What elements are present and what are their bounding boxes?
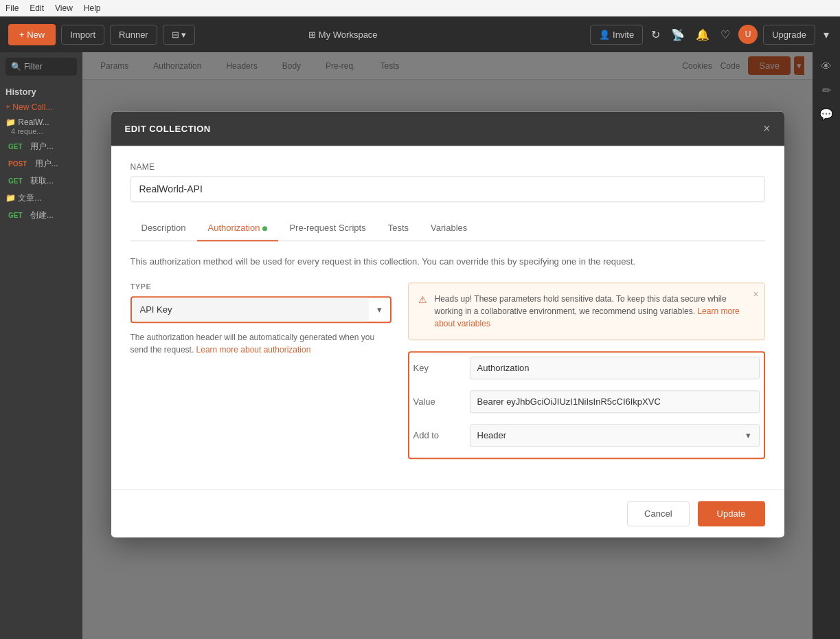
folder-icon-2: 📁 bbox=[5, 193, 16, 203]
upgrade-dropdown-icon[interactable]: ▾ bbox=[821, 25, 832, 44]
content-area: Params Authorization Headers Body Pre-re… bbox=[82, 52, 813, 639]
modal-title: EDIT COLLECTION bbox=[125, 124, 211, 134]
name-field-label: Name bbox=[130, 162, 765, 172]
runner-button[interactable]: Runner bbox=[110, 25, 157, 45]
edit-icon[interactable]: ✏ bbox=[819, 81, 834, 100]
avatar[interactable]: U bbox=[738, 25, 758, 44]
type-select-arrow-icon: ▾ bbox=[369, 304, 390, 315]
warning-text: ⚠ Heads up! These parameters hold sensit… bbox=[418, 293, 755, 330]
eye-icon[interactable]: 👁 bbox=[818, 58, 835, 76]
get-badge-3: GET bbox=[5, 211, 25, 220]
type-select-wrapper: No Auth API Key Bearer Token Basic Auth … bbox=[130, 296, 391, 323]
comment-icon[interactable]: 💬 bbox=[817, 105, 836, 124]
new-collection-button[interactable]: + New Coll... bbox=[5, 100, 77, 115]
satellite-icon[interactable]: 📡 bbox=[668, 25, 688, 44]
tab-variables[interactable]: Variables bbox=[420, 216, 478, 241]
modal-close-button[interactable]: × bbox=[763, 122, 771, 135]
post-badge: POST bbox=[5, 159, 30, 168]
sidebar-history-label: History bbox=[5, 81, 77, 100]
api-key-form: Key Value bbox=[408, 351, 765, 459]
modal-footer: Cancel Update bbox=[111, 489, 784, 537]
sidebar-sub: 4 reque... bbox=[5, 127, 77, 135]
modal-body: Name Description Authorization Pre-reque… bbox=[111, 146, 784, 489]
import-button[interactable]: Import bbox=[61, 25, 104, 45]
invite-button[interactable]: 👤 Invite bbox=[590, 25, 643, 45]
auth-description: The authorization header will be automat… bbox=[130, 331, 391, 356]
sidebar-item-realworld[interactable]: 📁 RealW... 4 reque... bbox=[5, 115, 77, 138]
search-icon: 🔍 bbox=[11, 62, 21, 71]
tab-tests[interactable]: Tests bbox=[377, 216, 420, 241]
update-button[interactable]: Update bbox=[698, 501, 765, 526]
get-badge: GET bbox=[5, 142, 25, 151]
type-label: TYPE bbox=[130, 282, 391, 291]
warning-box: × ⚠ Heads up! These parameters hold sens… bbox=[408, 282, 765, 340]
left-column: TYPE No Auth API Key Bearer Token Basic … bbox=[130, 282, 391, 459]
sidebar-item-get2[interactable]: GET 获取... bbox=[5, 172, 77, 190]
menu-file[interactable]: File bbox=[5, 3, 19, 13]
learn-more-auth-link[interactable]: Learn more about authorization bbox=[196, 345, 311, 355]
heart-icon[interactable]: ♡ bbox=[718, 25, 733, 44]
value-row: Value bbox=[413, 390, 760, 413]
edit-collection-modal: EDIT COLLECTION × Name Description Autho… bbox=[111, 111, 784, 537]
toolbar-right: 👤 Invite ↻ 📡 🔔 ♡ U Upgrade ▾ bbox=[590, 25, 832, 45]
type-select[interactable]: No Auth API Key Bearer Token Basic Auth … bbox=[132, 298, 369, 322]
authorization-two-col: TYPE No Auth API Key Bearer Token Basic … bbox=[130, 282, 765, 459]
view-switcher-button[interactable]: ⊟ ▾ bbox=[163, 25, 196, 45]
add-to-row: Add to Header Query Params ▾ bbox=[413, 424, 760, 447]
sidebar-item-get1[interactable]: GET 用户... bbox=[5, 138, 77, 155]
key-field-label: Key bbox=[413, 357, 462, 373]
sync-icon[interactable]: ↻ bbox=[648, 25, 663, 44]
sidebar-item-get3[interactable]: GET 创建... bbox=[5, 207, 77, 224]
key-field-container bbox=[470, 357, 760, 379]
collection-name-input[interactable] bbox=[130, 176, 765, 202]
tab-authorization[interactable]: Authorization bbox=[197, 216, 279, 241]
menu-view[interactable]: View bbox=[55, 3, 73, 13]
key-row: Key bbox=[413, 357, 760, 379]
filter-input[interactable]: 🔍 Filter bbox=[5, 58, 77, 76]
right-panel: 👁 ✏ 💬 bbox=[813, 52, 840, 639]
sidebar-item-folder2[interactable]: 📁 文章... bbox=[5, 190, 77, 207]
bell-icon[interactable]: 🔔 bbox=[693, 25, 712, 44]
tab-bar: Description Authorization Pre-request Sc… bbox=[130, 216, 765, 241]
tab-pre-request[interactable]: Pre-request Scripts bbox=[278, 216, 376, 241]
new-button[interactable]: + New bbox=[8, 24, 56, 45]
key-input[interactable] bbox=[470, 357, 760, 379]
add-to-select[interactable]: Header Query Params bbox=[470, 424, 760, 447]
folder-icon: 📁 bbox=[5, 117, 16, 127]
get-badge-2: GET bbox=[5, 177, 25, 186]
value-field-container bbox=[470, 390, 760, 413]
main-layout: 🔍 Filter History + New Coll... 📁 RealW..… bbox=[0, 52, 840, 639]
upgrade-button[interactable]: Upgrade bbox=[763, 25, 815, 45]
menu-help[interactable]: Help bbox=[84, 3, 101, 13]
modal-header: EDIT COLLECTION × bbox=[111, 111, 784, 146]
authorization-info-text: This authorization method will be used f… bbox=[130, 255, 765, 269]
sidebar-item-post1[interactable]: POST 用户... bbox=[5, 155, 77, 172]
cancel-button[interactable]: Cancel bbox=[627, 501, 689, 526]
sidebar: 🔍 Filter History + New Coll... 📁 RealW..… bbox=[0, 52, 82, 639]
workspace-button[interactable]: ⊞ My Workspace bbox=[300, 25, 385, 44]
menu-bar: File Edit View Help bbox=[0, 0, 840, 16]
value-field-label: Value bbox=[413, 390, 462, 407]
top-toolbar: + New Import Runner ⊟ ▾ ⊞ My Workspace 👤… bbox=[0, 16, 840, 52]
warning-icon: ⚠ bbox=[418, 293, 427, 307]
right-column: × ⚠ Heads up! These parameters hold sens… bbox=[408, 282, 765, 459]
add-to-label: Add to bbox=[413, 424, 462, 440]
authorization-tab-content: This authorization method will be used f… bbox=[130, 241, 765, 473]
auth-active-dot bbox=[262, 226, 267, 231]
filter-label: Filter bbox=[24, 62, 43, 71]
value-input[interactable] bbox=[470, 390, 760, 413]
tab-description[interactable]: Description bbox=[130, 216, 197, 241]
api-key-fields-box: Key Value bbox=[408, 351, 765, 459]
menu-edit[interactable]: Edit bbox=[30, 3, 44, 13]
add-to-field-container: Header Query Params ▾ bbox=[470, 424, 760, 447]
